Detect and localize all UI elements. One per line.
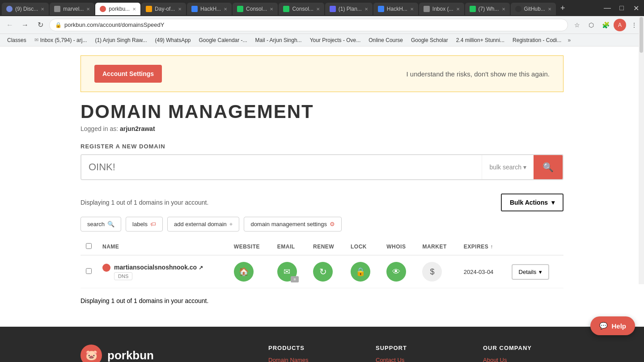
domain-management-settings-button[interactable]: domain management settings ⚙	[244, 217, 342, 232]
lock-icon: 🔒	[55, 22, 62, 28]
whois-icon-button[interactable]: 👁	[386, 262, 406, 282]
tab-favicon-marvel	[54, 6, 60, 12]
domain-search-submit-button[interactable]: 🔍	[534, 155, 563, 179]
bookmark-whatsapp[interactable]: (49) WhatsApp	[151, 36, 194, 44]
cast-icon[interactable]: ⬡	[585, 19, 597, 31]
bookmark-registration[interactable]: Registration - Codi...	[509, 36, 565, 44]
bookmarks-star-icon[interactable]: ☆	[571, 19, 583, 31]
bookmark-mail[interactable]: Mail - Arjun Singh...	[252, 36, 305, 44]
scrollbar-thumb[interactable]	[640, 17, 643, 53]
back-button[interactable]: ←	[4, 19, 16, 31]
domain-search-input[interactable]	[81, 155, 482, 179]
tab-close-porkbun[interactable]: ✕	[132, 7, 136, 12]
tab-porkbun[interactable]: porkbu... ✕	[95, 3, 140, 15]
extensions-icon[interactable]: 🧩	[599, 19, 612, 31]
select-all-checkbox-col	[80, 239, 97, 255]
email-badge: ≡	[291, 276, 299, 282]
tab-discord[interactable]: (9) Disc... ✕	[2, 3, 49, 15]
tab-close-consol2[interactable]: ✕	[316, 7, 320, 12]
col-lock: LOCK	[345, 239, 381, 255]
scrollbar[interactable]	[639, 16, 644, 284]
tab-close-discord[interactable]: ✕	[41, 7, 44, 12]
tab-favicon-plan	[330, 6, 336, 12]
tab-whatsapp[interactable]: (7) Wh... ✕	[465, 3, 510, 15]
footer-brand-name: porkbun	[107, 349, 154, 362]
account-settings-button[interactable]: Account Settings	[94, 65, 162, 83]
footer-products-title: PRODUCTS	[268, 345, 349, 351]
tab-hackh1[interactable]: HackH... ✕	[187, 3, 232, 15]
profile-icon[interactable]: A	[614, 19, 626, 31]
tab-favicon-dayof	[146, 6, 152, 12]
address-bar[interactable]: 🔒 porkbun.com/account/domainsSpeedY	[49, 19, 568, 31]
footer-about-us-link[interactable]: About Us	[483, 357, 564, 362]
footer-contact-us-link[interactable]: Contact Us	[376, 357, 456, 362]
tab-hackh2[interactable]: HackH... ✕	[373, 3, 418, 15]
bookmark-million[interactable]: 2.4 million+ Stunni...	[453, 36, 508, 44]
bookmark-course[interactable]: Online Course	[365, 36, 407, 44]
tab-plan[interactable]: (1) Plan... ✕	[325, 3, 373, 15]
tab-close-plan[interactable]: ✕	[364, 7, 368, 12]
tab-dayof[interactable]: Day-of... ✕	[141, 3, 186, 15]
bookmark-inbox[interactable]: ✉ Inbox (5,794) - arj...	[31, 36, 91, 44]
maximize-button[interactable]: □	[615, 2, 628, 14]
external-link-icon: ↗	[199, 265, 203, 271]
labels-filter-button[interactable]: labels 🏷	[126, 217, 163, 232]
table-header-row: NAME WEBSITE EMAIL RENEW LOCK WHOIS MARK…	[80, 239, 564, 255]
tab-close-dayof[interactable]: ✕	[178, 7, 182, 12]
details-chevron-icon: ▾	[539, 269, 542, 275]
tab-close-consol1[interactable]: ✕	[270, 7, 273, 12]
footer-support-title: SUPPORT	[376, 345, 456, 351]
market-icon-button[interactable]: $	[422, 262, 442, 282]
bookmark-linkedin[interactable]: (1) Arjun Singh Raw...	[91, 36, 150, 44]
website-icon-button[interactable]: 🏠	[234, 262, 254, 282]
dns-tag[interactable]: DNS	[114, 272, 132, 280]
tab-consol2[interactable]: Consol... ✕	[279, 3, 324, 15]
search-filter-button[interactable]: search 🔍	[80, 217, 121, 232]
select-all-checkbox[interactable]	[86, 243, 92, 249]
tab-consol1[interactable]: Consol... ✕	[233, 3, 278, 15]
dismiss-warning-text[interactable]: I understand the risks, don't show me th…	[406, 70, 550, 78]
minimize-button[interactable]: —	[601, 2, 614, 14]
bulk-actions-button[interactable]: Bulk Actions ▾	[501, 194, 564, 211]
tab-close-github[interactable]: ✕	[548, 7, 551, 12]
tab-close-hackh1[interactable]: ✕	[224, 7, 227, 12]
bulk-search-button[interactable]: bulk search ▾	[482, 155, 534, 179]
tab-github[interactable]: GitHub... ✕	[511, 3, 556, 15]
bulk-actions-label: Bulk Actions	[510, 199, 548, 206]
add-external-domain-button[interactable]: add external domain +	[167, 217, 239, 232]
footer-domain-names-link[interactable]: Domain Names	[268, 357, 349, 362]
tab-inbox[interactable]: Inbox (... ✕	[419, 3, 464, 15]
help-button[interactable]: 💬 Help	[590, 316, 635, 335]
row-checkbox[interactable]	[86, 268, 92, 274]
bookmark-overflow[interactable]: »	[566, 36, 572, 44]
bulk-search-label: bulk search	[489, 164, 521, 171]
forward-button[interactable]: →	[19, 19, 31, 31]
details-button[interactable]: Details ▾	[512, 264, 550, 280]
bookmark-classes[interactable]: Classes	[4, 36, 30, 44]
row-website-cell: 🏠	[229, 255, 272, 288]
tab-close-inbox[interactable]: ✕	[456, 7, 460, 12]
tab-close-hackh2[interactable]: ✕	[410, 7, 414, 12]
tab-close-whatsapp[interactable]: ✕	[502, 7, 505, 12]
tab-favicon-hackh2	[378, 6, 384, 12]
bookmark-gcal[interactable]: Google Calendar -...	[195, 36, 251, 44]
tab-favicon-github	[515, 6, 521, 12]
bookmark-projects[interactable]: Your Projects - Ove...	[306, 36, 364, 44]
renew-icon-button[interactable]: ↻	[313, 262, 333, 282]
bookmark-label: 2.4 million+ Stunni...	[456, 37, 504, 43]
search-filter-label: search	[87, 221, 105, 227]
new-tab-button[interactable]: +	[557, 4, 569, 13]
email-icon-button[interactable]: ✉ ≡	[277, 262, 297, 282]
tab-bar: (9) Disc... ✕ marvel... ✕ porkbu... ✕ Da…	[0, 0, 644, 16]
bookmark-scholar[interactable]: Google Scholar	[407, 36, 452, 44]
tab-marvel[interactable]: marvel... ✕	[50, 3, 94, 15]
gear-icon: ⚙	[330, 221, 335, 227]
reload-button[interactable]: ↻	[34, 19, 47, 31]
lock-icon-button[interactable]: 🔒	[351, 262, 370, 282]
close-button[interactable]: ✕	[630, 2, 642, 14]
bottom-count-text: Displaying 1 out of 1 domains in your ac…	[80, 297, 208, 304]
tab-title-hackh2: HackH...	[387, 6, 407, 12]
table-header: NAME WEBSITE EMAIL RENEW LOCK WHOIS MARK…	[80, 239, 564, 255]
domain-name-link[interactable]: martiansocialsnoshnook.co ↗	[114, 264, 203, 271]
tab-close-marvel[interactable]: ✕	[86, 7, 90, 12]
